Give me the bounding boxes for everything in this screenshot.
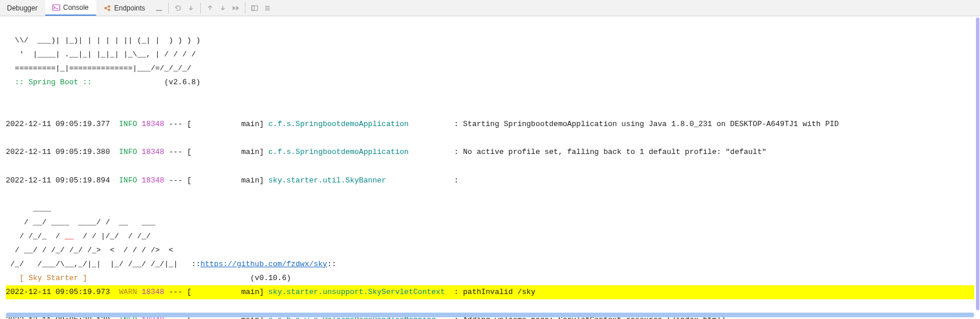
log-pid: 18348: [142, 148, 164, 156]
banner-line: ' |____| .__|_| |_|_| |_\__, | / / / /: [6, 50, 196, 59]
log-message: Starting SpringbootdemoApplication using…: [463, 120, 839, 128]
console-output: \\/ ___)| |_)| | | | | || (_| | ) ) ) ) …: [0, 16, 980, 319]
log-level: INFO: [119, 148, 137, 156]
sky-banner-line: / /_/_ / __ / / |/_/ / /_/: [6, 232, 151, 241]
log-pid: 18348: [142, 176, 164, 185]
log-logger: c.f.s.SpringbootdemoApplication: [269, 120, 450, 128]
log-timestamp: 2022-12-11 09:05:19.894: [6, 176, 110, 185]
sky-starter-label: [ Sky Starter ]: [6, 274, 87, 282]
log-timestamp: 2022-12-11 09:05:19.377: [6, 120, 110, 128]
toolbar: Debugger Console Endpoints: [0, 0, 980, 16]
tab-debugger-label: Debugger: [7, 4, 38, 12]
log-logger: sky.starter.unsupport.SkyServletContext: [269, 288, 450, 296]
log-logger: sky.starter.util.SkyBanner: [269, 176, 450, 185]
sky-version: (v0.10.6): [250, 274, 291, 282]
tab-console-label: Console: [63, 3, 89, 12]
banner-line: =========|_|==============|___/=/_/_/_/: [6, 64, 191, 73]
tab-debugger[interactable]: Debugger: [0, 0, 45, 16]
log-level: INFO: [119, 176, 137, 185]
svg-rect-0: [53, 5, 60, 10]
endpoints-icon: [103, 4, 111, 12]
log-logger: c.f.s.SpringbootdemoApplication: [269, 148, 450, 156]
tab-endpoints[interactable]: Endpoints: [96, 0, 153, 16]
log-row: 2022-12-11 09:05:19.894 INFO 18348 --- […: [6, 174, 974, 188]
up-triangle-icon[interactable]: [204, 2, 216, 15]
down-triangle-icon[interactable]: [216, 2, 229, 15]
svg-rect-4: [156, 10, 162, 11]
spring-boot-label: :: Spring Boot ::: [6, 78, 92, 87]
layout-icon[interactable]: [248, 2, 261, 15]
svg-rect-6: [252, 6, 254, 10]
log-row: 2022-12-11 09:05:19.380 INFO 18348 --- […: [6, 145, 974, 159]
log-level: INFO: [119, 120, 137, 128]
log-row: 2022-12-11 09:05:19.377 INFO 18348 --- […: [6, 117, 974, 131]
log-row: 2022-12-11 09:05:19.973 WARN 18348 --- […: [6, 285, 974, 299]
toolbar-separator-2: [200, 3, 201, 13]
reload-icon[interactable]: [172, 2, 185, 15]
svg-point-2: [108, 5, 110, 8]
sky-banner-line: / __/ / /_/ /_/ /_> < / / / /> <: [6, 246, 173, 255]
spring-version: (v2.6.8): [164, 78, 200, 87]
log-message: pathInvalid /sky: [463, 288, 536, 296]
horizontal-scrollbar[interactable]: [6, 313, 974, 317]
log-timestamp: 2022-12-11 09:05:19.973: [6, 288, 110, 296]
list-icon[interactable]: [261, 2, 274, 15]
minimize-icon[interactable]: [153, 2, 165, 15]
tab-console[interactable]: Console: [45, 0, 96, 16]
log-thread: [ main]: [187, 176, 264, 185]
console-icon: [52, 3, 60, 12]
toolbar-separator: [168, 3, 169, 13]
down-arrow-icon[interactable]: [185, 2, 197, 15]
log-pid: 18348: [142, 288, 164, 296]
banner-line: \\/ ___)| |_)| | | | | || (_| | ) ) ) ): [6, 36, 200, 45]
log-thread: [ main]: [187, 148, 264, 156]
log-thread: [ main]: [187, 120, 264, 128]
svg-rect-5: [252, 6, 258, 10]
sky-banner-line: ____: [6, 204, 51, 213]
sky-banner-line: /_/ /___/\__,_/|_| |_/ /__/ /_/|_| ::: [6, 260, 200, 268]
log-level: WARN: [119, 288, 137, 296]
sky-github-link[interactable]: https://github.com/fzdwx/sky: [200, 260, 327, 268]
log-thread: [ main]: [187, 288, 264, 296]
skip-icon[interactable]: [229, 2, 242, 15]
toolbar-separator-3: [245, 3, 245, 13]
vertical-scrollbar[interactable]: [976, 17, 979, 310]
log-timestamp: 2022-12-11 09:05:19.380: [6, 148, 110, 156]
log-message: No active profile set, falling back to 1…: [463, 148, 766, 156]
tab-endpoints-label: Endpoints: [114, 4, 145, 12]
svg-point-3: [108, 9, 110, 11]
log-pid: 18348: [142, 120, 164, 128]
sky-banner-line: / __/ ____ ____/ / __ ___: [6, 218, 155, 227]
